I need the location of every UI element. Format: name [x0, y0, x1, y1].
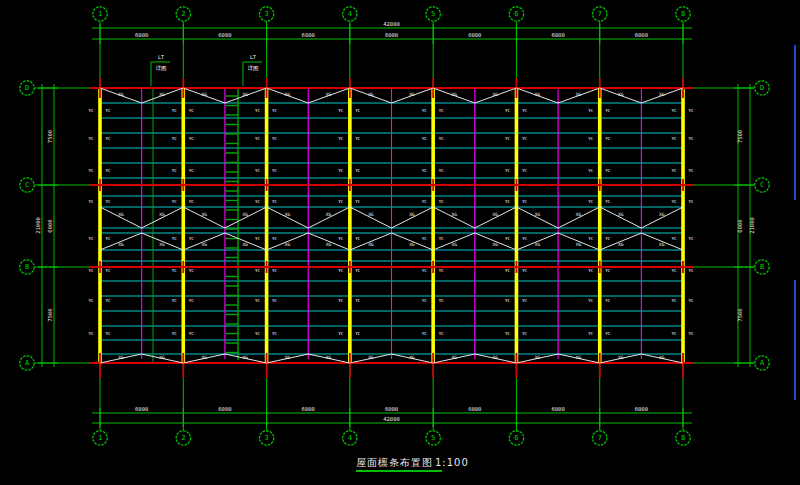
- axis-bubble-label: 1: [98, 10, 102, 18]
- brace-label: XG: [576, 92, 582, 97]
- brace-diagonal: [475, 207, 517, 228]
- brace-label: XG: [159, 212, 165, 217]
- dim-text-bottom-bay: 6000: [218, 406, 231, 412]
- purlin-tag: YC: [522, 268, 528, 273]
- brace-label: XG: [535, 355, 541, 360]
- purlin-tag: YC: [522, 108, 528, 113]
- purlin-tag: YC: [189, 236, 195, 241]
- purlin-tag: YC: [172, 331, 178, 336]
- axis-bubble-label: C: [760, 181, 764, 189]
- dim-text-bottom-bay: 6000: [385, 406, 398, 412]
- purlin-tag: YC: [605, 136, 611, 141]
- purlin-tag: YC: [338, 298, 344, 303]
- brace-label: XG: [285, 212, 291, 217]
- axis-bubble-label: 7: [598, 434, 602, 442]
- purlin-tag: YC: [588, 199, 594, 204]
- purlin-tag: YC: [439, 298, 445, 303]
- purlin-tag: YC: [605, 199, 611, 204]
- purlin-tag: YC: [189, 298, 195, 303]
- brace-label: XG: [451, 355, 457, 360]
- purlin-tag: YC: [605, 268, 611, 273]
- purlin-tag: YC: [338, 268, 344, 273]
- dim-text-right-span: 7500: [737, 130, 743, 143]
- axis-bubble-label: 1: [98, 434, 102, 442]
- brace-label: XG: [326, 355, 332, 360]
- brace-label: XG: [243, 242, 249, 247]
- brace-label: XG: [159, 355, 165, 360]
- brace-diagonal: [308, 207, 350, 228]
- purlin-tag: YC: [422, 268, 428, 273]
- axis-bubble-label: 2: [181, 10, 185, 18]
- brace-label: XG: [451, 92, 457, 97]
- purlin-tag: YC: [355, 331, 361, 336]
- dim-text-right-span: 7500: [737, 308, 743, 321]
- dim-text-top-bay: 6000: [302, 32, 315, 38]
- purlin-tag: YC: [505, 199, 511, 204]
- purlin-tag: YC: [689, 108, 695, 113]
- brace-label: XG: [535, 212, 541, 217]
- axis-bubble-label: A: [760, 359, 765, 367]
- brace-diagonal: [516, 207, 558, 228]
- brace-label: XG: [118, 242, 124, 247]
- purlin-tag: YC: [255, 108, 261, 113]
- dim-text-top-bay: 6000: [385, 32, 398, 38]
- brace-label: XG: [326, 242, 332, 247]
- purlin-tag: YC: [689, 236, 695, 241]
- brace-label: XG: [285, 355, 291, 360]
- purlin-tag: YC: [689, 168, 695, 173]
- purlin-tag: YC: [605, 331, 611, 336]
- purlin-tag: YC: [422, 298, 428, 303]
- brace-label: XG: [326, 212, 332, 217]
- dim-text-right-span: 6000: [737, 219, 743, 232]
- purlin-tag: YC: [588, 331, 594, 336]
- purlin-tag: YC: [272, 108, 278, 113]
- purlin-tag: YC: [189, 136, 195, 141]
- dim-text-bottom-bay: 6000: [551, 406, 564, 412]
- purlin-tag: YC: [105, 136, 111, 141]
- purlin-tag: YC: [255, 236, 261, 241]
- purlin-tag: YC: [505, 331, 511, 336]
- purlin-tag: YC: [522, 331, 528, 336]
- purlin-tag: YC: [355, 298, 361, 303]
- purlin-tag: YC: [672, 136, 678, 141]
- brace-label: XG: [285, 242, 291, 247]
- purlin-tag: YC: [522, 236, 528, 241]
- brace-label: XG: [285, 92, 291, 97]
- brace-diagonal: [641, 207, 683, 228]
- purlin-tag: YC: [88, 168, 94, 173]
- purlin-tag: YC: [105, 168, 111, 173]
- purlin-tag: YC: [105, 331, 111, 336]
- drawing-title-text: 屋面檩条布置图: [356, 457, 433, 468]
- brace-label: XG: [492, 355, 498, 360]
- purlin-tag: YC: [505, 168, 511, 173]
- brace-label: XG: [451, 242, 457, 247]
- axis-bubble-label: 3: [264, 10, 268, 18]
- axis-bubble-label: 2: [181, 434, 185, 442]
- brace-label: XG: [159, 242, 165, 247]
- purlin-tag: YC: [355, 199, 361, 204]
- purlin-tag: YC: [272, 136, 278, 141]
- brace-label: XG: [118, 92, 124, 97]
- purlin-tag: YC: [272, 199, 278, 204]
- purlin-tag: YC: [172, 236, 178, 241]
- purlin-tag: YC: [338, 199, 344, 204]
- axis-bubble-label: D: [760, 84, 764, 92]
- dim-text-left-span: 7500: [47, 308, 53, 321]
- purlin-tag: YC: [439, 236, 445, 241]
- purlin-tag: YC: [522, 168, 528, 173]
- purlin-tag: YC: [422, 199, 428, 204]
- purlin-tag: YC: [439, 168, 445, 173]
- brace-label: XG: [202, 92, 208, 97]
- purlin-tag: YC: [338, 236, 344, 241]
- dim-text-bottom-bay: 6000: [635, 406, 648, 412]
- purlin-tag: YC: [672, 199, 678, 204]
- axis-bubble-label: B: [760, 263, 764, 271]
- purlin-tag: YC: [88, 331, 94, 336]
- purlin-tag: YC: [588, 136, 594, 141]
- callout-sub-label: 详图: [248, 65, 259, 72]
- purlin-tag: YC: [439, 136, 445, 141]
- callout-label: LT: [250, 54, 256, 60]
- purlin-tag: YC: [689, 268, 695, 273]
- purlin-tag: YC: [689, 136, 695, 141]
- purlin-tag: YC: [105, 268, 111, 273]
